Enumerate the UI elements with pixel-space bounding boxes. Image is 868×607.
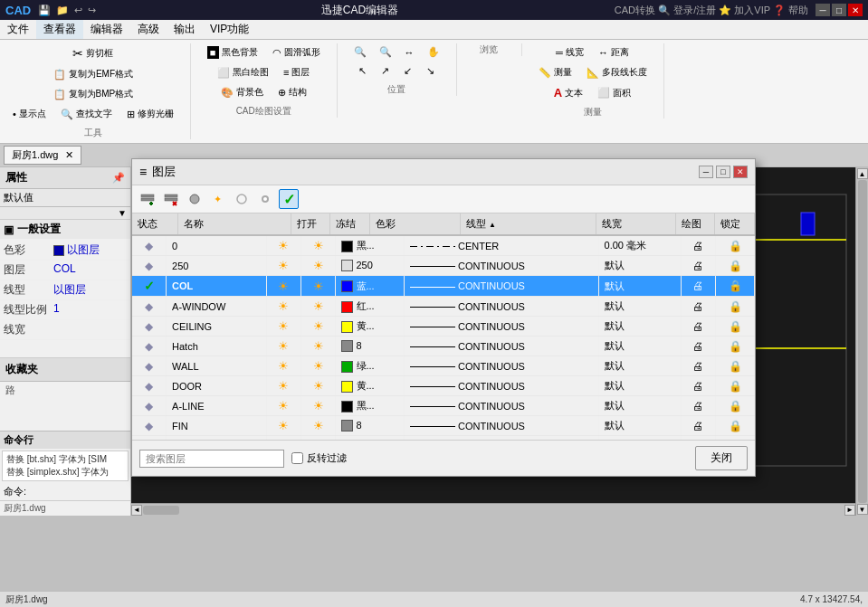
show-points-button[interactable]: • 显示点 (7, 105, 52, 123)
cell-freeze-4[interactable]: ☀ (301, 317, 336, 337)
dialog-close-btn[interactable]: ✕ (733, 166, 748, 178)
scissors-button[interactable]: ✂ 剪切框 (67, 43, 119, 63)
cell-freeze-7[interactable]: ☀ (301, 376, 336, 396)
panel-pin-icon[interactable]: 📌 (112, 172, 125, 184)
pos-btn-3[interactable]: ↔ (399, 44, 420, 61)
dialog-close-button[interactable]: 关闭 (695, 446, 748, 470)
smooth-arc-button[interactable]: ◠ 圆滑弧形 (267, 43, 326, 62)
bw-drawing-button[interactable]: ⬜ 黑白绘图 (212, 63, 274, 81)
new-layer-btn[interactable] (138, 189, 157, 209)
toolbar-icon-4[interactable]: ↪ (88, 5, 96, 16)
copy-emf-button[interactable]: 📋 复制为EMF格式 (48, 65, 138, 83)
cell-lock-6[interactable]: 🔒 (716, 356, 755, 376)
pos-btn-8[interactable]: ↘ (421, 62, 440, 80)
layer-dialog[interactable]: ≡ 图层 ─ □ ✕ ✦ (131, 158, 756, 477)
cell-freeze-0[interactable]: ☀ (301, 236, 336, 256)
layer-star-btn[interactable]: ✦ (208, 189, 228, 209)
menu-output[interactable]: 输出 (167, 20, 203, 39)
cell-freeze-8[interactable]: ☀ (301, 396, 336, 416)
scroll-down-btn[interactable]: ▼ (857, 504, 868, 515)
cell-open-6[interactable]: ☀ (266, 356, 300, 376)
cell-lock-4[interactable]: 🔒 (716, 317, 755, 337)
menu-advanced[interactable]: 高级 (130, 20, 167, 39)
expand-icon[interactable]: ▼ (118, 208, 127, 218)
cell-lock-5[interactable]: 🔒 (716, 337, 755, 356)
pos-btn-7[interactable]: ↙ (398, 62, 417, 80)
cell-freeze-10[interactable]: ☀ (301, 436, 336, 441)
cell-freeze-2[interactable]: ☀ (301, 276, 336, 297)
cell-plot-2[interactable]: 🖨 (681, 276, 715, 297)
layer-check-btn[interactable]: ✓ (279, 189, 299, 209)
layer-row-door[interactable]: ◆DOOR☀☀ 黄... CONTINUOUS默认🖨🔒 (132, 376, 755, 396)
pos-btn-6[interactable]: ↗ (376, 62, 395, 80)
cad-vscroll[interactable]: ▲ ▼ (855, 167, 868, 516)
close-button[interactable]: ✕ (848, 4, 863, 16)
trim-raster-button[interactable]: ⊞ 修剪光栅 (121, 105, 179, 123)
cell-name-7[interactable]: DOOR (167, 376, 267, 396)
table-scroll[interactable]: 状态 名称 打开 冻结 色彩 线型 ▲ 线宽 绘图 锁定 (132, 213, 755, 440)
layer-row-col[interactable]: ✓COL☀☀ 蓝... CONTINUOUS默认🖨🔒 (132, 276, 755, 297)
delete-layer-btn[interactable] (161, 189, 181, 209)
layer-dot-btn-2[interactable] (232, 189, 252, 209)
cell-freeze-9[interactable]: ☀ (301, 416, 336, 436)
cell-name-9[interactable]: FIN (167, 416, 267, 436)
cell-color-5[interactable]: 8 (336, 337, 404, 356)
toolbar-icon-2[interactable]: 📁 (56, 5, 69, 16)
cell-plot-8[interactable]: 🖨 (681, 396, 715, 416)
cell-open-3[interactable]: ☀ (266, 297, 300, 317)
file-tab-kitchen[interactable]: 厨房1.dwg ✕ (4, 146, 81, 165)
layer-row-wall[interactable]: ◆WALL☀☀ 绿... CONTINUOUS默认🖨🔒 (132, 356, 755, 376)
layer-row-a-line[interactable]: ◆A-LINE☀☀ 黑... CONTINUOUS默认🖨🔒 (132, 396, 755, 416)
layer-dot-btn-3[interactable] (255, 189, 275, 209)
search-layer-input[interactable] (139, 450, 284, 468)
collapse-icon[interactable]: ▣ (4, 223, 14, 236)
structure-button[interactable]: ⊕ 结构 (272, 83, 312, 101)
cell-open-8[interactable]: ☀ (266, 396, 300, 416)
menu-editor[interactable]: 编辑器 (83, 20, 130, 39)
cell-open-0[interactable]: ☀ (266, 236, 300, 256)
cell-name-6[interactable]: WALL (167, 356, 267, 376)
cell-lock-2[interactable]: 🔒 (716, 276, 755, 297)
cad-hscroll[interactable]: ◄ ► (131, 503, 855, 516)
cell-lock-9[interactable]: 🔒 (716, 416, 755, 436)
measure-button[interactable]: 📏 测量 (533, 63, 577, 81)
cell-name-3[interactable]: A-WINDOW (167, 297, 267, 317)
cell-freeze-6[interactable]: ☀ (301, 356, 336, 376)
maximize-button[interactable]: □ (832, 4, 846, 16)
cell-lock-10[interactable]: 🔒 (716, 436, 755, 441)
cell-plot-10[interactable]: 🖨 (681, 436, 715, 441)
scroll-thumb[interactable] (858, 180, 867, 503)
menu-file[interactable]: 文件 (0, 20, 36, 39)
cell-freeze-3[interactable]: ☀ (301, 297, 336, 317)
pos-btn-1[interactable]: 🔍 (348, 43, 372, 61)
hscroll-thumb[interactable] (143, 506, 179, 515)
minimize-button[interactable]: ─ (816, 4, 830, 16)
cell-color-4[interactable]: 黄... (336, 317, 404, 337)
toolbar-icon-3[interactable]: ↩ (74, 5, 82, 16)
cell-freeze-1[interactable]: ☀ (301, 256, 336, 276)
dialog-min-btn[interactable]: ─ (699, 166, 713, 178)
layer-row-ceiling[interactable]: ◆CEILING☀☀ 黄... CONTINUOUS默认🖨🔒 (132, 317, 755, 337)
reverse-filter-checkbox[interactable] (291, 452, 303, 464)
layer-row-0[interactable]: ◆0☀☀ 黑... CENTER0.00 毫米🖨🔒 (132, 236, 755, 256)
cell-name-8[interactable]: A-LINE (167, 396, 267, 416)
cell-lock-3[interactable]: 🔒 (716, 297, 755, 317)
cell-plot-6[interactable]: 🖨 (681, 356, 715, 376)
layer-row-win[interactable]: ◆WIN☀☀ 红... CONTINUOUS默认🖨🔒 (132, 436, 755, 441)
cell-plot-7[interactable]: 🖨 (681, 376, 715, 396)
layer-dot-btn-1[interactable] (185, 189, 205, 209)
cell-open-2[interactable]: ☀ (266, 276, 300, 297)
table-body-scroll[interactable]: ◆0☀☀ 黑... CENTER0.00 毫米🖨🔒◆250☀☀ 250 CONT… (132, 236, 755, 440)
cell-color-9[interactable]: 8 (336, 416, 404, 436)
cell-open-4[interactable]: ☀ (266, 317, 300, 337)
cell-name-1[interactable]: 250 (167, 256, 267, 276)
menu-viewer[interactable]: 查看器 (36, 20, 83, 39)
bg-color-button[interactable]: 🎨 背景色 (215, 83, 269, 101)
cell-color-2[interactable]: 蓝... (336, 276, 404, 297)
cell-lock-8[interactable]: 🔒 (716, 396, 755, 416)
cell-open-7[interactable]: ☀ (266, 376, 300, 396)
pos-btn-2[interactable]: 🔍 (374, 43, 397, 61)
reverse-filter-label[interactable]: 反转过滤 (291, 451, 347, 465)
file-tab-close[interactable]: ✕ (65, 149, 73, 161)
scroll-right-btn[interactable]: ► (844, 505, 855, 516)
